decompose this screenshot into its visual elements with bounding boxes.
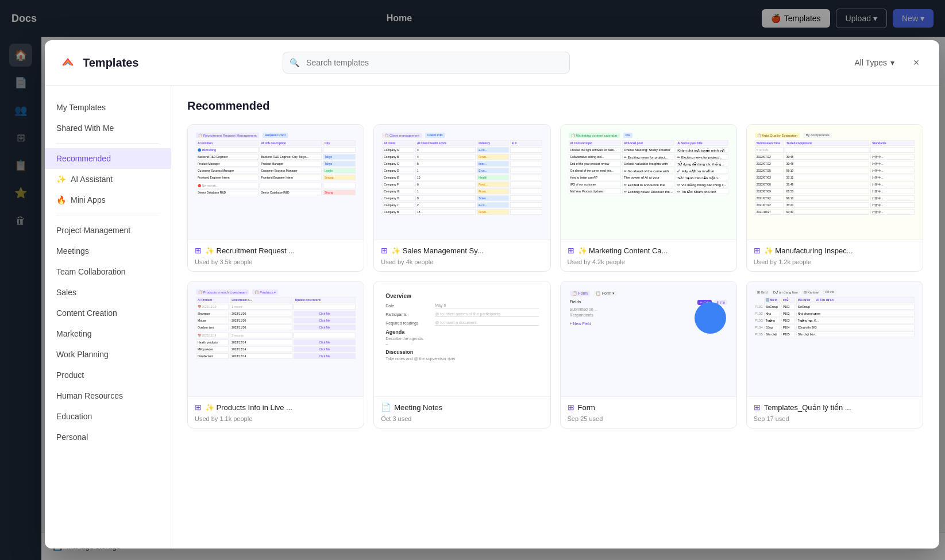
templates-modal: Templates 🔍 All Types ▾ × My Templates S… [45,40,939,549]
table-icon: ⊞ [195,246,202,255]
nav-item-meetings[interactable]: Meetings [45,241,171,261]
template-card-form[interactable]: 📋 Form 📋 Form ▾ Fields ✏ Edit ⬆ Fill Sub… [560,281,737,428]
template-card-meeting-notes[interactable]: Overview Date May 6 Participants @ to in… [373,281,550,428]
table-icon: ⊞ [568,403,574,412]
template-card-manufacturing[interactable]: 📋 Auto Quality Evaluation By components … [746,124,923,272]
template-footer-sales: ⊞ ✨ Sales Management Sy... Used by 4k pe… [374,240,550,271]
template-preview-manufacturing: 📋 Auto Quality Evaluation By components … [747,125,923,240]
template-footer-marketing: ⊞ ✨ Marketing Content Ca... Used by 4.2k… [561,240,736,271]
template-name-recruitment: ⊞ ✨ Recruitment Request ... [195,246,357,255]
nav-item-content-creation[interactable]: Content Creation [45,303,171,323]
table-icon: ⊞ [195,403,202,412]
modal-content: Recommended 📋 Recruitment Request Manage… [171,86,939,549]
table-icon: ⊞ [754,403,761,412]
template-preview-products: 📋 Products in each Livestream 📋 Products… [188,281,364,396]
template-footer-recruitment: ⊞ ✨ Recruitment Request ... Used by 3.5k… [188,240,364,271]
template-preview-sales: 📋 Client management Client info AI Clien… [374,125,550,240]
nav-item-sales[interactable]: Sales [45,282,171,303]
template-name-products: ⊞ ✨ Products Info in Live ... [195,403,357,412]
template-name-marketing: ⊞ ✨ Marketing Content Ca... [568,246,730,255]
template-card-products[interactable]: 📋 Products in each Livestream 📋 Products… [187,281,364,428]
search-icon: 🔍 [290,58,299,67]
template-card-sales[interactable]: 📋 Client management Client info AI Clien… [373,124,550,272]
clickup-logo [59,53,77,72]
template-usage-marketing: Used by 4.2k people [568,258,730,265]
template-usage-products: Used by 1.1k people [195,415,357,422]
nav-item-personal[interactable]: Personal [45,427,171,447]
template-grid: 📋 Recruitment Request Management Request… [187,124,923,428]
table-icon: ⊞ [381,246,388,255]
modal-header: Templates 🔍 All Types ▾ × [45,40,939,86]
nav-item-product[interactable]: Product [45,365,171,385]
template-usage-form: Sep 25 used [568,415,730,422]
template-card-quan-ly[interactable]: ⊞ Grid Dự án đang làm ⊞ Kanban All vie 🔤… [746,281,923,428]
nav-item-team-collaboration[interactable]: Team Collaboration [45,261,171,282]
search-input[interactable] [283,52,570,74]
nav-item-human-resources[interactable]: Human Resources [45,385,171,406]
table-icon: ⊞ [754,246,761,255]
modal-logo: Templates [59,53,138,72]
nav-item-marketing[interactable]: Marketing [45,323,171,344]
modal-body: My Templates Shared With Me Recommended … [45,86,939,549]
template-footer-manufacturing: ⊞ ✨ Manufacturing Inspec... Used by 1.2k… [747,240,923,271]
template-footer-quan-ly: ⊞ Templates_Quản lý tiền ... Sep 17 used [747,396,923,428]
template-footer-products: ⊞ ✨ Products Info in Live ... Used by 1.… [188,396,364,428]
template-name-form: ⊞ Form [568,403,730,412]
table-icon: ⊞ [568,246,574,255]
nav-item-work-planning[interactable]: Work Planning [45,344,171,365]
template-preview-form: 📋 Form 📋 Form ▾ Fields ✏ Edit ⬆ Fill Sub… [561,281,736,396]
chevron-down-icon: ▾ [890,58,894,67]
modal-title: Templates [83,56,138,69]
nav-item-ai-assistant[interactable]: ✨ AI Assistant [45,169,171,190]
template-usage-recruitment: Used by 3.5k people [195,258,357,265]
template-footer-form: ⊞ Form Sep 25 used [561,396,736,428]
template-name-quan-ly: ⊞ Templates_Quản lý tiền ... [754,403,916,412]
nav-divider [56,143,159,144]
template-usage-sales: Used by 4k people [381,258,543,265]
template-name-manufacturing: ⊞ ✨ Manufacturing Inspec... [754,246,916,255]
template-preview-recruitment: 📋 Recruitment Request Management Request… [188,125,364,240]
template-usage-quan-ly: Sep 17 used [754,415,916,422]
nav-item-recommended[interactable]: Recommended [45,148,171,169]
doc-icon: 📄 [381,403,391,412]
search-box: 🔍 [283,52,570,74]
template-footer-meeting-notes: 📄 Meeting Notes Oct 3 used [374,396,550,428]
nav-divider-2 [56,215,159,215]
template-usage-meeting-notes: Oct 3 used [381,415,543,422]
template-usage-manufacturing: Used by 1.2k people [754,258,916,265]
template-card-marketing[interactable]: 📋 Marketing content calendar Ins AI Cont… [560,124,737,272]
nav-item-my-templates[interactable]: My Templates [45,97,171,118]
nav-item-education[interactable]: Education [45,406,171,427]
template-card-recruitment[interactable]: 📋 Recruitment Request Management Request… [187,124,364,272]
section-title: Recommended [187,99,923,113]
template-preview-meeting-notes: Overview Date May 6 Participants @ to in… [374,281,550,396]
close-button[interactable]: × [907,53,925,72]
template-name-meeting-notes: 📄 Meeting Notes [381,403,543,412]
nav-item-mini-apps[interactable]: 🔥 Mini Apps [45,190,171,210]
template-name-sales: ⊞ ✨ Sales Management Sy... [381,246,543,255]
all-types-button[interactable]: All Types ▾ [848,55,900,71]
modal-sidebar: My Templates Shared With Me Recommended … [45,86,171,549]
template-preview-marketing: 📋 Marketing content calendar Ins AI Cont… [561,125,736,240]
nav-item-shared-with-me[interactable]: Shared With Me [45,118,171,138]
template-preview-quan-ly: ⊞ Grid Dự án đang làm ⊞ Kanban All vie 🔤… [747,281,923,396]
modal-header-right: All Types ▾ × [848,53,925,72]
nav-item-project-management[interactable]: Project Management [45,220,171,241]
